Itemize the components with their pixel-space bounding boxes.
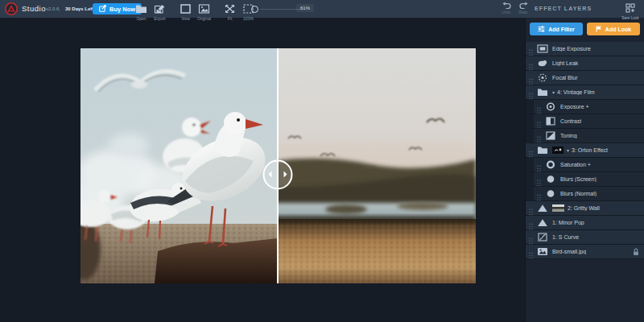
- s-curve-icon: [537, 233, 548, 242]
- folder-icon: [537, 88, 548, 97]
- layer-label: 3: Orton Effect: [572, 147, 608, 153]
- layer-row-bird-small-jpg[interactable]: Bird-small.jpg: [526, 245, 644, 259]
- drag-handle-icon[interactable]: [529, 89, 533, 96]
- effect-layers-title: EFFECT LAYERS: [535, 6, 592, 11]
- caret-down-icon[interactable]: ▾: [567, 148, 569, 153]
- saturation-icon: [545, 160, 556, 170]
- layer-row-blurs-normal[interactable]: Blurs (Normal): [526, 187, 644, 201]
- drag-handle-icon[interactable]: [537, 132, 541, 139]
- filter-sliders-icon: [538, 26, 545, 33]
- tool-label: Original: [195, 17, 213, 21]
- edge-exposure-icon: [537, 44, 548, 54]
- panel-actions: Add Filter Add Look: [526, 18, 644, 35]
- layer-label: 4: Vintage Film: [557, 89, 595, 95]
- save-look-icon: [625, 2, 635, 15]
- drag-handle-icon[interactable]: [529, 74, 533, 81]
- undo-button[interactable]: Undo: [500, 2, 513, 14]
- layer-list: Edge ExposureLight LeakFocal Blur▾4: Vin…: [526, 42, 644, 259]
- tool-label: View: [176, 17, 195, 21]
- drag-handle-icon[interactable]: [529, 219, 533, 226]
- app-version: v2.0.6,: [46, 6, 60, 11]
- purchase-icon: [99, 5, 106, 14]
- undo-icon: [500, 2, 513, 10]
- tool-label: Export: [151, 17, 169, 21]
- drag-handle-icon[interactable]: [529, 60, 533, 67]
- drag-handle-icon[interactable]: [537, 118, 541, 125]
- layer-row-4-vintage-film[interactable]: ▾4: Vintage Film: [526, 85, 644, 100]
- add-look-button[interactable]: Add Look: [587, 23, 640, 35]
- original-icon: [198, 2, 210, 12]
- toolbar: OpenExportViewOriginalFit100%: [132, 1, 258, 21]
- layer-row-edge-exposure[interactable]: Edge Exposure: [526, 42, 644, 56]
- layer-row-3-orton-effect[interactable]: ▾3: Orton Effect: [526, 143, 644, 158]
- drag-handle-icon[interactable]: [529, 233, 533, 241]
- save-look-button[interactable]: Save Look: [618, 2, 642, 20]
- layer-row-1-s-curve[interactable]: 1: S Curve: [526, 230, 644, 245]
- tool-view[interactable]: View: [176, 1, 195, 21]
- drag-handle-icon[interactable]: [537, 161, 541, 168]
- contrast-icon: [545, 117, 556, 126]
- layer-label: Saturation +: [560, 162, 591, 167]
- caret-down-icon[interactable]: ▾: [552, 90, 555, 95]
- arrow-left-icon: [269, 171, 272, 178]
- slider-knob[interactable]: [251, 6, 258, 13]
- layer-label: Exposure +: [560, 104, 589, 109]
- layer-row-contrast[interactable]: Contrast: [526, 114, 644, 129]
- add-look-label: Add Look: [605, 27, 631, 32]
- layer-label: Edge Exposure: [552, 46, 591, 52]
- zoom-level-value: 61%: [296, 4, 314, 12]
- topaz-shield-logo: [5, 2, 18, 15]
- layer-row-2-gritty-wall[interactable]: 2: Gritty Wall: [526, 201, 644, 216]
- drag-handle-icon[interactable]: [537, 190, 541, 197]
- layer-row-toning[interactable]: Toning: [526, 129, 644, 143]
- light-leak-icon: [537, 59, 548, 68]
- tool-original[interactable]: Original: [195, 1, 213, 21]
- layer-row-1-minor-pop[interactable]: 1: Minor Pop: [526, 216, 644, 230]
- drag-handle-icon[interactable]: [529, 147, 533, 154]
- arrow-right-icon: [284, 171, 287, 178]
- redo-button[interactable]: Redo: [517, 2, 530, 14]
- tool-label: Open: [132, 17, 151, 21]
- drag-handle-icon[interactable]: [537, 175, 541, 183]
- redo-label: Redo: [517, 10, 530, 14]
- top-bar: Studio v2.0.6, 30 Days Left in Trial Buy…: [0, 0, 644, 18]
- photo-comparison: [80, 48, 476, 283]
- layer-label: Blurs (Normal): [560, 191, 597, 196]
- add-filter-button[interactable]: Add Filter: [530, 23, 583, 35]
- blur-icon: [545, 175, 556, 184]
- editor-canvas: [0, 18, 525, 322]
- export-icon: [154, 2, 166, 12]
- tool-fit[interactable]: Fit: [221, 1, 239, 21]
- drag-handle-icon[interactable]: [529, 204, 533, 212]
- layer-row-blurs-screen[interactable]: Blurs (Screen): [526, 172, 644, 187]
- layer-label: 1: Minor Pop: [552, 220, 584, 225]
- open-folder-icon: [135, 2, 147, 12]
- layer-thumbnail: [552, 204, 564, 212]
- image-icon: [537, 247, 548, 257]
- exposure-icon: [545, 102, 556, 112]
- tool-open[interactable]: Open: [132, 1, 151, 21]
- layer-thumbnail: [552, 147, 564, 154]
- effect-layers-panel: Add Filter Add Look Edge ExposureLight L…: [525, 18, 644, 322]
- add-filter-label: Add Filter: [548, 27, 575, 32]
- blur-icon: [545, 189, 556, 199]
- layer-row-focal-blur[interactable]: Focal Blur: [526, 71, 644, 85]
- triangle-icon: [537, 218, 548, 228]
- layer-row-saturation[interactable]: Saturation +: [526, 158, 644, 172]
- save-look-label: Save Look: [618, 16, 642, 20]
- focal-blur-icon: [537, 73, 548, 83]
- layer-row-exposure[interactable]: Exposure +: [526, 100, 644, 114]
- view-icon: [180, 2, 192, 12]
- lock-icon[interactable]: [633, 248, 641, 256]
- drag-handle-icon[interactable]: [529, 45, 533, 52]
- layer-row-light-leak[interactable]: Light Leak: [526, 56, 644, 71]
- drag-handle-icon[interactable]: [537, 103, 541, 110]
- look-flag-icon: [596, 26, 602, 33]
- preview-zoom-slider: 61%: [250, 0, 322, 18]
- tool-export[interactable]: Export: [151, 1, 169, 21]
- drag-handle-icon[interactable]: [529, 248, 533, 255]
- layer-label: Blurs (Screen): [560, 176, 597, 182]
- layer-label: Contrast: [560, 118, 581, 124]
- layer-label: 2: Gritty Wall: [568, 205, 600, 211]
- compare-slider-handle[interactable]: [263, 160, 293, 190]
